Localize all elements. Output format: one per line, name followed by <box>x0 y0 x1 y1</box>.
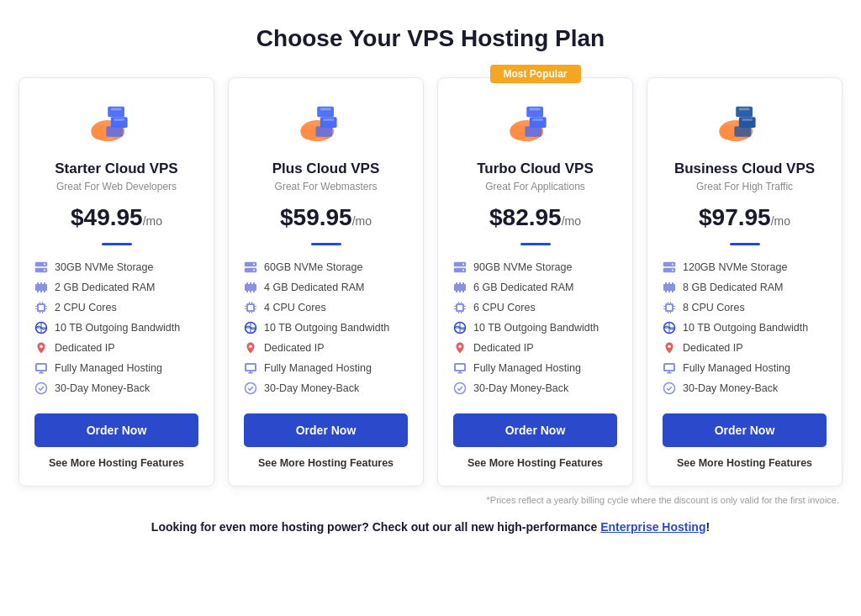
bandwidth-icon <box>244 321 257 334</box>
svg-rect-134 <box>667 305 672 310</box>
features-list-starter: 30GB NVMe Storage 2 GB Dedicated RAM <box>34 257 198 398</box>
feature-item: 30GB NVMe Storage <box>34 257 198 277</box>
storage-icon <box>453 261 467 274</box>
plan-subtitle-turbo: Great For Applications <box>485 181 585 192</box>
svg-rect-53 <box>253 282 255 285</box>
feature-item: 10 TB Outgoing Bandwidth <box>34 318 198 338</box>
svg-rect-24 <box>42 312 43 313</box>
svg-rect-92 <box>456 290 457 292</box>
order-now-button-plus[interactable]: Order Now <box>244 413 408 447</box>
svg-point-10 <box>44 264 45 266</box>
svg-point-113 <box>455 383 466 394</box>
svg-rect-82 <box>529 108 540 111</box>
plan-card-starter: Starter Cloud VPSGreat For Web Developer… <box>18 77 214 487</box>
svg-rect-139 <box>663 306 665 307</box>
feature-item: 2 CPU Cores <box>34 297 198 318</box>
plan-name-turbo: Turbo Cloud VPS <box>477 161 594 177</box>
feature-item: 8 GB Dedicated RAM <box>663 277 827 297</box>
svg-rect-135 <box>668 302 668 303</box>
enterprise-hosting-link[interactable]: Enterprise Hosting <box>600 520 705 534</box>
features-list-business: 120GB NVMe Storage 8 GB Dedicated RAM <box>663 257 827 398</box>
moneyback-icon <box>244 382 257 395</box>
svg-rect-119 <box>734 126 751 137</box>
feature-item: 120GB NVMe Storage <box>663 257 827 277</box>
svg-rect-61 <box>249 312 250 313</box>
see-more-link-turbo[interactable]: See More Hosting Features <box>467 457 603 469</box>
svg-rect-54 <box>246 290 248 292</box>
order-now-button-starter[interactable]: Order Now <box>34 413 198 447</box>
feature-text: 2 CPU Cores <box>55 302 117 313</box>
ram-icon <box>244 281 257 294</box>
feature-text: Fully Managed Hosting <box>683 362 790 374</box>
order-now-button-turbo[interactable]: Order Now <box>453 413 617 447</box>
svg-rect-140 <box>663 308 665 309</box>
feature-text: Fully Managed Hosting <box>55 362 162 374</box>
svg-rect-62 <box>251 312 252 313</box>
svg-rect-20 <box>39 305 44 310</box>
svg-point-151 <box>664 383 675 394</box>
svg-rect-94 <box>462 290 464 292</box>
feature-text: Dedicated IP <box>473 342 534 354</box>
ip-icon <box>34 341 48 355</box>
svg-rect-51 <box>246 282 248 285</box>
feature-item: 6 CPU Cores <box>453 297 617 318</box>
svg-rect-66 <box>255 308 256 309</box>
feature-item: 2 GB Dedicated RAM <box>34 277 198 297</box>
feature-text: 30-Day Money-Back <box>683 382 778 394</box>
feature-item: 4 GB Dedicated RAM <box>244 277 408 297</box>
feature-text: 10 TB Outgoing Bandwidth <box>473 322 599 334</box>
svg-rect-150 <box>668 371 670 373</box>
cpu-icon <box>34 301 48 314</box>
feature-text: 30-Day Money-Back <box>55 382 150 394</box>
managed-icon <box>663 361 676 375</box>
plan-name-starter: Starter Cloud VPS <box>55 161 177 177</box>
price-divider <box>102 243 132 245</box>
features-list-plus: 60GB NVMe Storage 4 GB Dedicated RAM <box>244 257 408 398</box>
svg-rect-142 <box>673 308 675 309</box>
feature-item: 6 GB Dedicated RAM <box>453 277 617 297</box>
moneyback-icon <box>453 382 467 395</box>
feature-item: 4 CPU Cores <box>244 297 408 318</box>
ip-icon <box>453 341 467 355</box>
svg-rect-23 <box>40 312 40 313</box>
plan-price-period: /mo <box>771 214 790 228</box>
svg-rect-141 <box>673 306 675 307</box>
feature-item: 90GB NVMe Storage <box>453 257 617 277</box>
svg-rect-138 <box>670 312 671 313</box>
feature-item: 10 TB Outgoing Bandwidth <box>453 318 617 338</box>
svg-rect-131 <box>668 290 670 292</box>
svg-rect-91 <box>462 282 464 285</box>
svg-rect-22 <box>42 302 43 303</box>
feature-text: 120GB NVMe Storage <box>683 261 787 273</box>
feature-text: 8 GB Dedicated RAM <box>683 282 784 293</box>
feature-text: 30-Day Money-Back <box>473 382 568 394</box>
see-more-link-starter[interactable]: See More Hosting Features <box>49 457 184 469</box>
feature-item: 60GB NVMe Storage <box>244 257 408 277</box>
see-more-link-plus[interactable]: See More Hosting Features <box>258 457 394 469</box>
svg-rect-52 <box>250 282 251 285</box>
feature-item: 30-Day Money-Back <box>34 378 198 398</box>
feature-text: 4 CPU Cores <box>264 302 326 313</box>
cpu-icon <box>453 301 467 314</box>
svg-rect-26 <box>35 308 37 309</box>
feature-text: Fully Managed Hosting <box>473 362 581 374</box>
feature-text: 8 CPU Cores <box>683 302 745 313</box>
ram-icon <box>34 281 48 294</box>
feature-item: Fully Managed Hosting <box>34 358 198 378</box>
svg-rect-130 <box>665 290 667 292</box>
svg-rect-18 <box>44 290 45 292</box>
plan-icon-turbo <box>505 98 566 149</box>
feature-text: 6 CPU Cores <box>473 302 536 313</box>
plan-icon-starter <box>87 98 147 149</box>
svg-rect-132 <box>672 290 673 292</box>
feature-text: Fully Managed Hosting <box>264 362 372 374</box>
price-divider <box>520 243 551 245</box>
svg-rect-7 <box>114 118 124 121</box>
plan-name-plus: Plus Cloud VPS <box>272 161 380 177</box>
see-more-link-business[interactable]: See More Hosting Features <box>677 457 812 469</box>
feature-item: 30-Day Money-Back <box>663 378 827 398</box>
order-now-button-business[interactable]: Order Now <box>663 413 827 447</box>
feature-text: 6 GB Dedicated RAM <box>473 282 574 293</box>
price-divider <box>311 243 341 245</box>
feature-text: Dedicated IP <box>683 342 743 354</box>
